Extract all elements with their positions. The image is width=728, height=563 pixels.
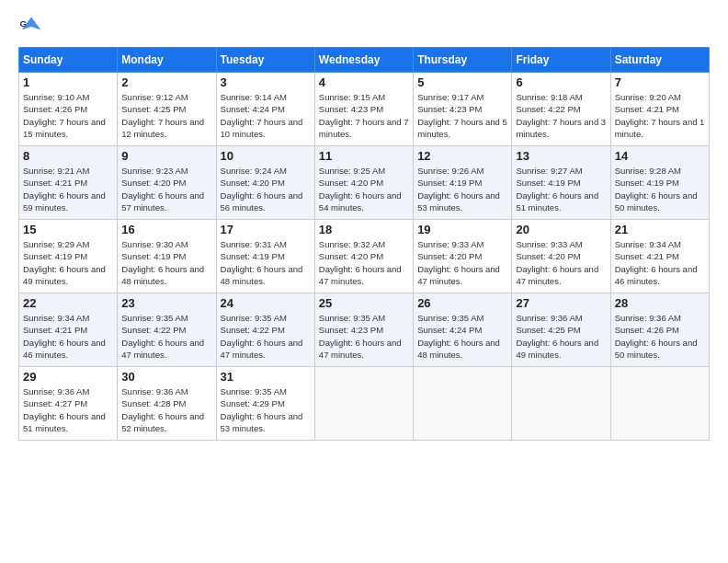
week-row-1: 1 Sunrise: 9:10 AMSunset: 4:26 PMDayligh… [19, 73, 710, 146]
day-number: 15 [23, 223, 113, 236]
day-info: Sunrise: 9:15 AMSunset: 4:23 PMDaylight:… [319, 91, 409, 140]
day-info: Sunrise: 9:35 AMSunset: 4:24 PMDaylight:… [417, 312, 507, 361]
week-row-2: 8 Sunrise: 9:21 AMSunset: 4:21 PMDayligh… [19, 146, 710, 220]
day-number: 27 [516, 296, 606, 310]
calendar-cell: 7 Sunrise: 9:20 AMSunset: 4:21 PMDayligh… [610, 73, 709, 146]
day-number: 19 [417, 223, 507, 236]
calendar-cell [314, 367, 413, 441]
calendar-cell: 20 Sunrise: 9:33 AMSunset: 4:20 PMDaylig… [512, 220, 610, 293]
calendar-cell [414, 367, 512, 441]
day-number: 13 [516, 149, 606, 163]
day-info: Sunrise: 9:28 AMSunset: 4:19 PMDaylight:… [615, 165, 705, 213]
day-number: 28 [615, 296, 705, 310]
day-info: Sunrise: 9:36 AMSunset: 4:27 PMDaylight:… [23, 385, 113, 434]
day-info: Sunrise: 9:36 AMSunset: 4:26 PMDaylight:… [615, 312, 705, 361]
day-number: 17 [221, 223, 311, 236]
day-info: Sunrise: 9:35 AMSunset: 4:22 PMDaylight:… [121, 312, 211, 361]
calendar-cell: 18 Sunrise: 9:32 AMSunset: 4:20 PMDaylig… [314, 220, 413, 293]
header-monday: Monday [118, 48, 216, 73]
calendar-cell: 3 Sunrise: 9:14 AMSunset: 4:24 PMDayligh… [216, 73, 314, 146]
calendar-cell: 9 Sunrise: 9:23 AMSunset: 4:20 PMDayligh… [118, 146, 216, 220]
calendar-cell [610, 367, 709, 441]
logo: G [18, 14, 48, 40]
calendar-cell: 31 Sunrise: 9:35 AMSunset: 4:29 PMDaylig… [216, 367, 314, 441]
calendar-cell: 28 Sunrise: 9:36 AMSunset: 4:26 PMDaylig… [610, 293, 709, 367]
day-number: 29 [23, 370, 113, 384]
day-info: Sunrise: 9:10 AMSunset: 4:26 PMDaylight:… [23, 91, 113, 140]
calendar-cell: 17 Sunrise: 9:31 AMSunset: 4:19 PMDaylig… [216, 220, 314, 293]
day-info: Sunrise: 9:20 AMSunset: 4:21 PMDaylight:… [615, 91, 705, 140]
day-info: Sunrise: 9:18 AMSunset: 4:22 PMDaylight:… [516, 91, 606, 140]
day-info: Sunrise: 9:33 AMSunset: 4:20 PMDaylight:… [516, 238, 606, 287]
calendar-cell: 1 Sunrise: 9:10 AMSunset: 4:26 PMDayligh… [19, 73, 118, 146]
day-number: 23 [121, 296, 211, 310]
day-number: 8 [23, 149, 113, 163]
header-row: SundayMondayTuesdayWednesdayThursdayFrid… [19, 48, 710, 73]
calendar-cell: 27 Sunrise: 9:36 AMSunset: 4:25 PMDaylig… [512, 293, 610, 367]
day-info: Sunrise: 9:35 AMSunset: 4:23 PMDaylight:… [319, 312, 409, 361]
day-number: 5 [417, 75, 507, 89]
header-saturday: Saturday [610, 48, 709, 73]
day-info: Sunrise: 9:21 AMSunset: 4:21 PMDaylight:… [23, 165, 113, 213]
day-number: 3 [221, 75, 311, 89]
calendar-cell: 11 Sunrise: 9:25 AMSunset: 4:20 PMDaylig… [314, 146, 413, 220]
day-info: Sunrise: 9:27 AMSunset: 4:19 PMDaylight:… [516, 165, 606, 213]
day-number: 22 [23, 296, 113, 310]
calendar-cell: 16 Sunrise: 9:30 AMSunset: 4:19 PMDaylig… [118, 220, 216, 293]
logo-icon: G [18, 14, 44, 40]
page-header: G [18, 14, 710, 40]
day-info: Sunrise: 9:25 AMSunset: 4:20 PMDaylight:… [319, 165, 409, 213]
header-friday: Friday [512, 48, 610, 73]
week-row-5: 29 Sunrise: 9:36 AMSunset: 4:27 PMDaylig… [19, 367, 710, 441]
day-info: Sunrise: 9:23 AMSunset: 4:20 PMDaylight:… [121, 165, 211, 213]
day-info: Sunrise: 9:35 AMSunset: 4:29 PMDaylight:… [221, 385, 311, 434]
calendar-cell [512, 367, 610, 441]
day-info: Sunrise: 9:26 AMSunset: 4:19 PMDaylight:… [417, 165, 507, 213]
calendar-cell: 4 Sunrise: 9:15 AMSunset: 4:23 PMDayligh… [314, 73, 413, 146]
day-info: Sunrise: 9:12 AMSunset: 4:25 PMDaylight:… [121, 91, 211, 140]
day-info: Sunrise: 9:34 AMSunset: 4:21 PMDaylight:… [23, 312, 113, 361]
calendar-cell: 25 Sunrise: 9:35 AMSunset: 4:23 PMDaylig… [314, 293, 413, 367]
day-info: Sunrise: 9:24 AMSunset: 4:20 PMDaylight:… [221, 165, 311, 213]
calendar-cell: 29 Sunrise: 9:36 AMSunset: 4:27 PMDaylig… [19, 367, 118, 441]
day-number: 14 [615, 149, 705, 163]
day-number: 26 [417, 296, 507, 310]
calendar-cell: 15 Sunrise: 9:29 AMSunset: 4:19 PMDaylig… [19, 220, 118, 293]
calendar-table: SundayMondayTuesdayWednesdayThursdayFrid… [18, 47, 710, 441]
day-number: 7 [615, 75, 705, 89]
day-number: 21 [615, 223, 705, 236]
day-info: Sunrise: 9:33 AMSunset: 4:20 PMDaylight:… [417, 238, 507, 287]
calendar-cell: 24 Sunrise: 9:35 AMSunset: 4:22 PMDaylig… [216, 293, 314, 367]
calendar-page: G SundayMondayTuesdayWednesdayThursdayFr… [0, 0, 728, 563]
day-info: Sunrise: 9:36 AMSunset: 4:28 PMDaylight:… [121, 385, 211, 434]
day-info: Sunrise: 9:31 AMSunset: 4:19 PMDaylight:… [221, 238, 311, 287]
day-number: 25 [319, 296, 409, 310]
calendar-cell: 2 Sunrise: 9:12 AMSunset: 4:25 PMDayligh… [118, 73, 216, 146]
day-number: 6 [516, 75, 606, 89]
calendar-cell: 10 Sunrise: 9:24 AMSunset: 4:20 PMDaylig… [216, 146, 314, 220]
header-sunday: Sunday [19, 48, 118, 73]
calendar-cell: 23 Sunrise: 9:35 AMSunset: 4:22 PMDaylig… [118, 293, 216, 367]
header-wednesday: Wednesday [314, 48, 413, 73]
day-number: 20 [516, 223, 606, 236]
calendar-cell: 14 Sunrise: 9:28 AMSunset: 4:19 PMDaylig… [610, 146, 709, 220]
calendar-cell: 12 Sunrise: 9:26 AMSunset: 4:19 PMDaylig… [414, 146, 512, 220]
calendar-cell: 5 Sunrise: 9:17 AMSunset: 4:23 PMDayligh… [414, 73, 512, 146]
day-info: Sunrise: 9:35 AMSunset: 4:22 PMDaylight:… [221, 312, 311, 361]
day-number: 2 [121, 75, 211, 89]
day-number: 18 [319, 223, 409, 236]
calendar-cell: 30 Sunrise: 9:36 AMSunset: 4:28 PMDaylig… [118, 367, 216, 441]
day-info: Sunrise: 9:32 AMSunset: 4:20 PMDaylight:… [319, 238, 409, 287]
day-number: 31 [221, 370, 311, 384]
day-number: 10 [221, 149, 311, 163]
calendar-cell: 21 Sunrise: 9:34 AMSunset: 4:21 PMDaylig… [610, 220, 709, 293]
week-row-3: 15 Sunrise: 9:29 AMSunset: 4:19 PMDaylig… [19, 220, 710, 293]
day-info: Sunrise: 9:14 AMSunset: 4:24 PMDaylight:… [221, 91, 311, 140]
calendar-cell: 22 Sunrise: 9:34 AMSunset: 4:21 PMDaylig… [19, 293, 118, 367]
calendar-cell: 19 Sunrise: 9:33 AMSunset: 4:20 PMDaylig… [414, 220, 512, 293]
calendar-cell: 6 Sunrise: 9:18 AMSunset: 4:22 PMDayligh… [512, 73, 610, 146]
day-number: 24 [221, 296, 311, 310]
day-number: 30 [121, 370, 211, 384]
day-info: Sunrise: 9:34 AMSunset: 4:21 PMDaylight:… [615, 238, 705, 287]
day-number: 16 [121, 223, 211, 236]
